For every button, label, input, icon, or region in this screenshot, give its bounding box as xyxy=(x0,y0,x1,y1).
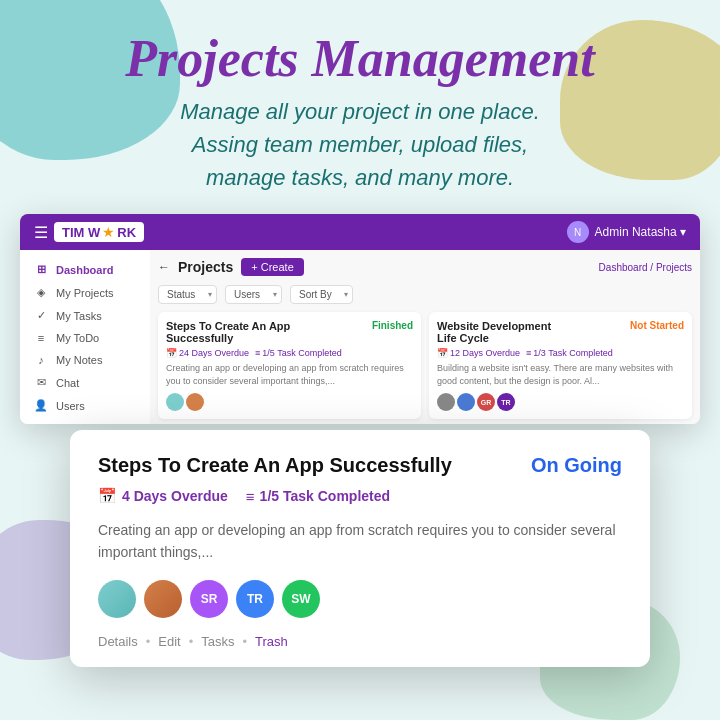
logo-tim: TIM W xyxy=(62,225,100,240)
notes-icon: ♪ xyxy=(34,354,48,366)
projects-icon: ◈ xyxy=(34,286,48,299)
fc-title: Steps To Create An App Successfully xyxy=(98,454,452,477)
card-0-desc: Creating an app or developing an app fro… xyxy=(166,362,413,387)
card-1-avatar-0 xyxy=(437,393,455,411)
calendar-icon: 📅 xyxy=(166,348,177,358)
card-0-meta: 📅 24 Days Overdue ≡ 1/5 Task Completed xyxy=(166,348,413,358)
card-1-desc: Building a website isn't easy. There are… xyxy=(437,362,684,387)
sidebar-item-mynotes[interactable]: ♪ My Notes xyxy=(20,349,150,371)
admin-avatar: N xyxy=(567,221,589,243)
sidebar-item-dashboard[interactable]: ⊞ Dashboard xyxy=(20,258,150,281)
logo-star-icon: ★ xyxy=(102,224,115,240)
users-filter-wrap: Users xyxy=(225,284,282,304)
fc-avatar-2: SR xyxy=(190,580,228,618)
fc-avatar-3: TR xyxy=(236,580,274,618)
fc-calendar-icon: 📅 xyxy=(98,487,117,505)
fc-overdue: 📅 4 Days Overdue xyxy=(98,487,228,505)
fc-tasks: ≡ 1/5 Task Completed xyxy=(246,487,390,505)
status-filter-wrap: Status xyxy=(158,284,217,304)
fc-dot-2: • xyxy=(189,634,194,649)
filters-row: Status Users Sort By xyxy=(158,284,692,304)
tasks-icon-sm: ≡ xyxy=(255,348,260,358)
sort-filter[interactable]: Sort By xyxy=(290,285,353,304)
dashboard-icon: ⊞ xyxy=(34,263,48,276)
sidebar-item-myprojects[interactable]: ◈ My Projects xyxy=(20,281,150,304)
sidebar: ⊞ Dashboard ◈ My Projects ✓ My Tasks ≡ M… xyxy=(20,250,150,424)
card-1-title: Website Development Life Cycle xyxy=(437,320,567,344)
card-0-status: Finished xyxy=(372,320,413,331)
fc-status: On Going xyxy=(531,454,622,477)
fc-action-trash[interactable]: Trash xyxy=(255,634,288,649)
users-icon: 👤 xyxy=(34,399,48,412)
chat-icon: ✉ xyxy=(34,376,48,389)
card-1-avatar-1 xyxy=(457,393,475,411)
status-filter[interactable]: Status xyxy=(158,285,217,304)
tasks-icon: ✓ xyxy=(34,309,48,322)
fc-dot-3: • xyxy=(243,634,248,649)
card-1-avatars: GR TR xyxy=(437,393,684,411)
card-0-overdue: 📅 24 Days Overdue xyxy=(166,348,249,358)
projects-title: Projects xyxy=(178,259,233,275)
cards-row: Steps To Create An App Successfully Fini… xyxy=(158,312,692,419)
admin-name: Admin Natasha ▾ xyxy=(595,225,686,239)
sidebar-label-mynotes: My Notes xyxy=(56,354,102,366)
card-0-avatar-0 xyxy=(166,393,184,411)
fc-action-edit[interactable]: Edit xyxy=(158,634,180,649)
card-1-meta: 📅 12 Days Overdue ≡ 1/3 Task Completed xyxy=(437,348,684,358)
sidebar-label-dashboard: Dashboard xyxy=(56,264,113,276)
sidebar-label-chat: Chat xyxy=(56,377,79,389)
logo-area: TIM W ★ RK xyxy=(54,222,144,242)
app-window: ☰ TIM W ★ RK N Admin Natasha ▾ ⊞ Dashboa… xyxy=(20,214,700,424)
card-1-avatar-2: GR xyxy=(477,393,495,411)
card-1-overdue: 📅 12 Days Overdue xyxy=(437,348,520,358)
project-card-1[interactable]: Website Development Life Cycle Not Start… xyxy=(429,312,692,419)
card-0-header: Steps To Create An App Successfully Fini… xyxy=(166,320,413,344)
fc-header: Steps To Create An App Successfully On G… xyxy=(98,454,622,477)
sidebar-item-mytodo[interactable]: ≡ My ToDo xyxy=(20,327,150,349)
fc-tasks-icon: ≡ xyxy=(246,488,255,505)
sidebar-item-mytasks[interactable]: ✓ My Tasks xyxy=(20,304,150,327)
admin-area[interactable]: N Admin Natasha ▾ xyxy=(567,221,686,243)
create-button[interactable]: + Create xyxy=(241,258,304,276)
fc-action-details[interactable]: Details xyxy=(98,634,138,649)
fc-actions: Details • Edit • Tasks • Trash xyxy=(98,634,622,649)
card-1-tasks: ≡ 1/3 Task Completed xyxy=(526,348,613,358)
card-0-avatar-1 xyxy=(186,393,204,411)
page-main-title: Projects Management xyxy=(0,30,720,87)
floating-card: Steps To Create An App Successfully On G… xyxy=(70,430,650,667)
breadcrumb: Dashboard / Projects xyxy=(599,262,692,273)
calendar-icon-1: 📅 xyxy=(437,348,448,358)
project-card-0[interactable]: Steps To Create An App Successfully Fini… xyxy=(158,312,421,419)
card-0-title: Steps To Create An App Successfully xyxy=(166,320,296,344)
card-1-status: Not Started xyxy=(630,320,684,331)
topbar-left: ☰ TIM W ★ RK xyxy=(34,222,144,242)
sidebar-label-myprojects: My Projects xyxy=(56,287,113,299)
fc-action-tasks[interactable]: Tasks xyxy=(201,634,234,649)
fc-avatars: SR TR SW xyxy=(98,580,622,618)
fc-meta: 📅 4 Days Overdue ≡ 1/5 Task Completed xyxy=(98,487,622,505)
sidebar-item-chat[interactable]: ✉ Chat xyxy=(20,371,150,394)
card-0-avatars xyxy=(166,393,413,411)
users-filter[interactable]: Users xyxy=(225,285,282,304)
sidebar-label-users: Users xyxy=(56,400,85,412)
page-subtitle: Manage all your project in one place. As… xyxy=(0,95,720,194)
projects-header: ← Projects + Create Dashboard / Projects xyxy=(158,258,692,276)
fc-avatar-0 xyxy=(98,580,136,618)
app-body: ⊞ Dashboard ◈ My Projects ✓ My Tasks ≡ M… xyxy=(20,250,700,424)
hamburger-icon[interactable]: ☰ xyxy=(34,223,48,242)
sidebar-item-users[interactable]: 👤 Users xyxy=(20,394,150,417)
fc-avatar-1 xyxy=(144,580,182,618)
app-topbar: ☰ TIM W ★ RK N Admin Natasha ▾ xyxy=(20,214,700,250)
card-1-avatar-3: TR xyxy=(497,393,515,411)
breadcrumb-dashboard: Dashboard xyxy=(599,262,648,273)
fc-desc: Creating an app or developing an app fro… xyxy=(98,519,622,564)
back-arrow-icon[interactable]: ← xyxy=(158,260,170,274)
card-0-tasks: ≡ 1/5 Task Completed xyxy=(255,348,342,358)
main-content: ← Projects + Create Dashboard / Projects… xyxy=(150,250,700,424)
card-1-header: Website Development Life Cycle Not Start… xyxy=(437,320,684,344)
fc-dot-1: • xyxy=(146,634,151,649)
sort-filter-wrap: Sort By xyxy=(290,284,353,304)
sidebar-label-mytasks: My Tasks xyxy=(56,310,102,322)
breadcrumb-projects: Projects xyxy=(656,262,692,273)
todo-icon: ≡ xyxy=(34,332,48,344)
